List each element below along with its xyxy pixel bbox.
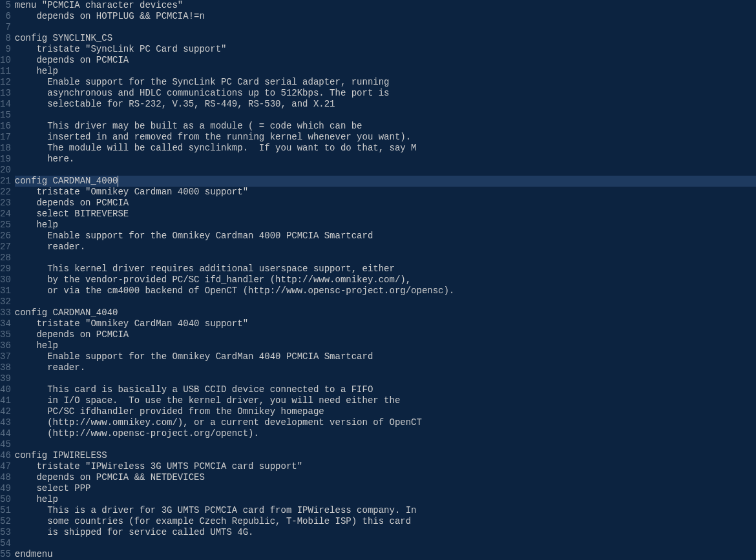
line-number: 52 xyxy=(0,516,12,527)
line-number: 46 xyxy=(0,450,12,461)
line-number: 41 xyxy=(0,395,12,406)
code-line[interactable]: (http://www.omnikey.com/), or a current … xyxy=(15,417,756,428)
code-line[interactable]: selectable for RS-232, V.35, RS-449, RS-… xyxy=(15,99,756,110)
line-number: 40 xyxy=(0,384,12,395)
code-line[interactable]: is shipped for service called UMTS 4G. xyxy=(15,527,756,538)
code-line[interactable]: help xyxy=(15,340,756,351)
code-line[interactable]: depends on PCMCIA xyxy=(15,198,756,209)
code-line[interactable] xyxy=(15,22,756,33)
line-number: 23 xyxy=(0,198,12,209)
code-line[interactable]: depends on PCMCIA && NETDEVICES xyxy=(15,472,756,483)
code-line[interactable]: Enable support for the SyncLink PC Card … xyxy=(15,77,756,88)
code-line[interactable]: This card is basically a USB CCID device… xyxy=(15,384,756,395)
code-line[interactable]: depends on PCMCIA xyxy=(15,55,756,66)
code-line[interactable]: This kernel driver requires additional u… xyxy=(15,264,756,275)
code-line[interactable]: depends on HOTPLUG && PCMCIA!=n xyxy=(15,11,756,22)
line-number: 10 xyxy=(0,55,12,66)
line-number: 12 xyxy=(0,77,12,88)
line-number: 48 xyxy=(0,472,12,483)
code-line[interactable]: This is a driver for 3G UMTS PCMCIA card… xyxy=(15,505,756,516)
code-line[interactable]: or via the cm4000 backend of OpenCT (htt… xyxy=(15,285,756,296)
line-number: 47 xyxy=(0,461,12,472)
code-area[interactable]: menu "PCMCIA character devices" depends … xyxy=(12,0,756,560)
code-line[interactable]: depends on PCMCIA xyxy=(15,329,756,340)
code-line[interactable] xyxy=(15,253,756,264)
code-line[interactable]: The module will be called synclinkmp. If… xyxy=(15,143,756,154)
code-line[interactable]: by the vendor-provided PC/SC ifd_handler… xyxy=(15,275,756,285)
line-number: 49 xyxy=(0,483,12,494)
line-number: 19 xyxy=(0,154,12,165)
code-line[interactable]: reader. xyxy=(15,362,756,373)
line-number: 30 xyxy=(0,275,12,285)
line-number: 11 xyxy=(0,66,12,77)
code-line[interactable] xyxy=(15,110,756,121)
line-number: 9 xyxy=(0,44,12,55)
line-number: 28 xyxy=(0,253,12,264)
line-number: 20 xyxy=(0,165,12,176)
line-number: 33 xyxy=(0,307,12,318)
code-line[interactable]: Enable support for the Omnikey Cardman 4… xyxy=(15,231,756,242)
code-line[interactable] xyxy=(15,439,756,450)
line-number: 51 xyxy=(0,505,12,516)
code-line[interactable]: endmenu xyxy=(15,549,756,560)
code-line[interactable]: select PPP xyxy=(15,483,756,494)
code-editor[interactable]: 5678910111213141516171819202122232425262… xyxy=(0,0,756,560)
code-line[interactable]: config CARDMAN_4000 xyxy=(15,176,756,187)
line-number: 36 xyxy=(0,340,12,351)
line-number: 14 xyxy=(0,99,12,110)
code-line[interactable]: help xyxy=(15,494,756,505)
line-number: 13 xyxy=(0,88,12,99)
line-number: 50 xyxy=(0,494,12,505)
code-line[interactable]: config CARDMAN_4040 xyxy=(15,307,756,318)
line-number: 43 xyxy=(0,417,12,428)
line-number: 8 xyxy=(0,33,12,44)
code-line[interactable] xyxy=(15,165,756,176)
code-line[interactable] xyxy=(15,296,756,307)
line-number: 7 xyxy=(0,22,12,33)
line-number: 37 xyxy=(0,351,12,362)
line-number: 34 xyxy=(0,318,12,329)
code-line[interactable]: reader. xyxy=(15,242,756,253)
code-line[interactable]: some countries (for example Czech Republ… xyxy=(15,516,756,527)
code-line[interactable]: config SYNCLINK_CS xyxy=(15,33,756,44)
line-number: 16 xyxy=(0,121,12,132)
text-cursor xyxy=(118,176,118,187)
line-number: 31 xyxy=(0,285,12,296)
line-number: 18 xyxy=(0,143,12,154)
line-number: 54 xyxy=(0,538,12,549)
code-line[interactable]: in I/O space. To use the kernel driver, … xyxy=(15,395,756,406)
code-line[interactable]: tristate "Omnikey CardMan 4040 support" xyxy=(15,318,756,329)
code-line[interactable]: PC/SC ifdhandler provided from the Omnik… xyxy=(15,406,756,417)
code-line[interactable]: menu "PCMCIA character devices" xyxy=(15,0,756,11)
line-number: 25 xyxy=(0,220,12,231)
line-number: 17 xyxy=(0,132,12,143)
code-line[interactable]: config IPWIRELESS xyxy=(15,450,756,461)
line-number: 15 xyxy=(0,110,12,121)
line-number: 6 xyxy=(0,11,12,22)
line-number: 44 xyxy=(0,428,12,439)
code-line[interactable] xyxy=(15,373,756,384)
code-line[interactable]: asynchronous and HDLC communications up … xyxy=(15,88,756,99)
code-line[interactable]: tristate "IPWireless 3G UMTS PCMCIA card… xyxy=(15,461,756,472)
line-number: 5 xyxy=(0,0,12,11)
line-number: 55 xyxy=(0,549,12,560)
code-line[interactable]: select BITREVERSE xyxy=(15,209,756,220)
code-line[interactable]: help xyxy=(15,66,756,77)
line-number: 45 xyxy=(0,439,12,450)
code-line[interactable]: This driver may be built as a module ( =… xyxy=(15,121,756,132)
code-line[interactable]: help xyxy=(15,220,756,231)
code-line[interactable]: here. xyxy=(15,154,756,165)
line-number: 27 xyxy=(0,242,12,253)
code-line[interactable]: tristate "SyncLink PC Card support" xyxy=(15,44,756,55)
code-line[interactable]: Enable support for the Omnikey CardMan 4… xyxy=(15,351,756,362)
line-number: 53 xyxy=(0,527,12,538)
line-number-gutter: 5678910111213141516171819202122232425262… xyxy=(0,0,12,560)
line-number: 35 xyxy=(0,329,12,340)
code-line[interactable] xyxy=(15,538,756,549)
line-number: 21 xyxy=(0,176,12,187)
code-line[interactable]: inserted in and removed from the running… xyxy=(15,132,756,143)
line-number: 24 xyxy=(0,209,12,220)
code-line[interactable]: tristate "Omnikey Cardman 4000 support" xyxy=(15,187,756,198)
code-line[interactable]: (http://www.opensc-project.org/openct). xyxy=(15,428,756,439)
line-number: 26 xyxy=(0,231,12,242)
